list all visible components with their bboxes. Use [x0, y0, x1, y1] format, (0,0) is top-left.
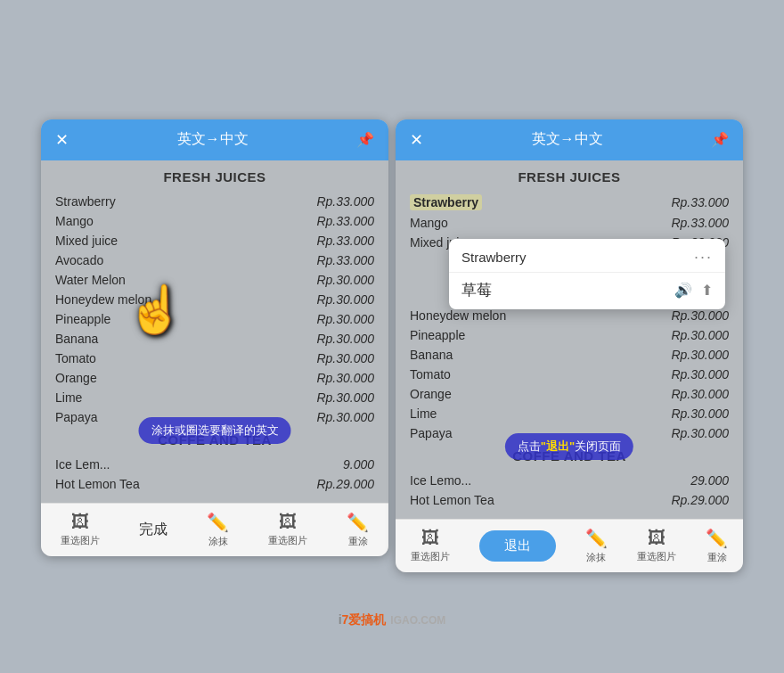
item-price: Rp.30.000	[671, 328, 729, 342]
list-item: Lime Rp.30.000	[55, 388, 374, 407]
list-item: Pineapple Rp.30.000 ☝	[55, 309, 374, 329]
right-bottom-item-reselect2[interactable]: 🖼 重选图片	[637, 528, 676, 563]
image-icon-r2: 🖼	[648, 528, 666, 548]
bottom-item-repaint[interactable]: ✏️ 重涂	[347, 512, 369, 548]
item-price: Rp.30.000	[671, 367, 729, 382]
item-price: Rp.30.000	[671, 406, 729, 421]
item-name-highlighted[interactable]: Strawberry	[410, 194, 482, 210]
item-name: Mango	[55, 214, 94, 228]
item-price: Rp.30.000	[316, 292, 374, 307]
popup-translated-text: 草莓	[461, 280, 492, 300]
bottom-item-erase[interactable]: ✏️ 涂抹	[207, 512, 229, 548]
item-price: Rp.30.000	[316, 273, 374, 287]
list-item: Banana Rp.30.000	[55, 329, 374, 349]
left-topbar: ✕ 英文→中文 📌	[41, 119, 388, 160]
right-menu-title: FRESH JUICES	[410, 169, 729, 185]
item-name: Papaya	[55, 410, 97, 424]
list-item: Hot Lemon Tea Rp.29.000	[55, 474, 374, 494]
list-item: Hot Lemon Tea Rp.29.000	[410, 490, 729, 510]
bottom-item-reselect[interactable]: 🖼 重选图片	[61, 512, 100, 547]
item-name: Tomato	[410, 367, 451, 382]
bottom-item-done[interactable]: 完成	[139, 521, 167, 539]
list-item: Lime Rp.30.000	[410, 404, 729, 423]
bottom-item-done-label: 完成	[139, 521, 167, 539]
right-hint-part2: 关闭页面	[575, 439, 621, 453]
item-name: Tomato	[55, 351, 96, 365]
right-bottom-item-erase[interactable]: ✏️ 涂抹	[585, 528, 608, 564]
right-close-icon[interactable]: ✕	[410, 130, 423, 150]
item-price: Rp.30.000	[671, 387, 729, 401]
left-pin-icon[interactable]: 📌	[356, 131, 374, 148]
cursor-container: ☝	[127, 283, 184, 337]
speaker-icon[interactable]: 🔊	[674, 282, 692, 299]
item-price: Rp.29.000	[671, 493, 729, 507]
left-hint-tooltip: 涂抹或圈选要翻译的英文	[139, 417, 291, 444]
item-price: Rp.30.000	[316, 351, 374, 365]
list-item: Orange Rp.30.000	[55, 368, 374, 388]
item-price: Rp.30.000	[316, 390, 374, 405]
list-item: Mixed juice Rp.33.000	[55, 231, 374, 250]
left-panel: ✕ 英文→中文 📌 FRESH JUICES Strawberry Rp.33.…	[41, 119, 388, 556]
list-item: Mango Rp.33.000	[55, 211, 374, 231]
translation-popup: Strawberry ··· 草莓 🔊 ⬆	[449, 239, 725, 309]
item-price: Rp.33.000	[671, 195, 729, 209]
popup-dots-icon[interactable]: ···	[694, 248, 713, 267]
list-item: Ice Lem... 9.000	[55, 455, 374, 474]
item-price: Rp.29.000	[316, 477, 374, 491]
left-close-icon[interactable]: ✕	[55, 130, 69, 150]
left-topbar-title: 英文→中文	[177, 130, 249, 149]
erase-icon-r: ✏️	[585, 528, 608, 549]
bottom-item-reselect2[interactable]: 🖼 重选图片	[268, 512, 307, 547]
watermark: i7爱搞机 IGAO.COM	[339, 610, 446, 628]
left-menu-title: FRESH JUICES	[55, 169, 374, 185]
item-price: Rp.33.000	[671, 216, 729, 230]
right-topbar-title: 英文→中文	[532, 130, 603, 149]
left-bottom-bar: 🖼 重选图片 完成 ✏️ 涂抹 🖼 重选图片 ✏️ 重涂	[41, 503, 388, 556]
item-name: Ice Lem...	[55, 457, 110, 472]
repaint-icon: ✏️	[347, 512, 369, 533]
item-name: Strawberry	[55, 194, 116, 209]
item-price: 29.000	[690, 473, 729, 488]
item-price: Rp.33.000	[316, 214, 374, 228]
popup-icons: 🔊 ⬆	[674, 282, 713, 299]
right-topbar: ✕ 英文→中文 📌	[396, 119, 743, 160]
item-name: Lime	[55, 390, 82, 405]
right-hint-part1: 点击	[518, 439, 541, 453]
right-pin-icon[interactable]: 📌	[711, 131, 729, 148]
list-item: Orange Rp.30.000	[410, 384, 729, 404]
right-menu-content: FRESH JUICES Strawberry Rp.33.000 Mango …	[396, 160, 743, 519]
item-name: Mixed juice	[55, 234, 118, 248]
item-name: Honeydew melon	[410, 308, 506, 323]
hint-text: 涂抹或圈选要翻译的英文	[151, 423, 279, 437]
item-price: 9.000	[343, 457, 374, 472]
right-bottom-item-exit[interactable]: 退出	[479, 530, 556, 562]
panels-container: ✕ 英文→中文 📌 FRESH JUICES Strawberry Rp.33.…	[28, 102, 756, 572]
left-menu-content: FRESH JUICES Strawberry Rp.33.000 Mango …	[41, 160, 388, 503]
item-name: Pineapple	[410, 328, 465, 342]
item-price: Rp.33.000	[316, 234, 374, 248]
item-name: Orange	[55, 371, 97, 385]
item-price: Rp.33.000	[316, 253, 374, 267]
right-panel: ✕ 英文→中文 📌 FRESH JUICES Strawberry Rp.33.…	[396, 119, 743, 572]
list-item: Tomato Rp.30.000	[410, 365, 729, 384]
list-item: Strawberry Rp.33.000	[55, 192, 374, 211]
list-item: Honeydew melon Rp.30.000	[55, 290, 374, 309]
bottom-label-r4: 重涂	[707, 551, 727, 564]
bottom-label-r1: 重选图片	[411, 550, 450, 563]
item-price: Rp.30.000	[316, 332, 374, 346]
watermark-url: IGAO.COM	[390, 614, 445, 627]
item-price: Rp.30.000	[316, 371, 374, 385]
right-bottom-item-reselect[interactable]: 🖼 重选图片	[411, 528, 450, 563]
item-name: Hot Lemon Tea	[410, 493, 494, 507]
item-name: Lime	[410, 406, 437, 421]
item-name: Orange	[410, 387, 452, 401]
item-name: Banana	[410, 348, 453, 362]
item-price: Rp.30.000	[316, 410, 374, 424]
list-item: Banana Rp.30.000	[410, 345, 729, 365]
bottom-label-r3: 重选图片	[637, 550, 676, 563]
right-bottom-item-repaint[interactable]: ✏️ 重涂	[706, 528, 728, 564]
list-item: Water Melon Rp.30.000	[55, 270, 374, 290]
exit-button[interactable]: 退出	[479, 530, 556, 562]
share-icon[interactable]: ⬆	[701, 282, 713, 299]
bottom-label-r2: 涂抹	[586, 551, 606, 564]
